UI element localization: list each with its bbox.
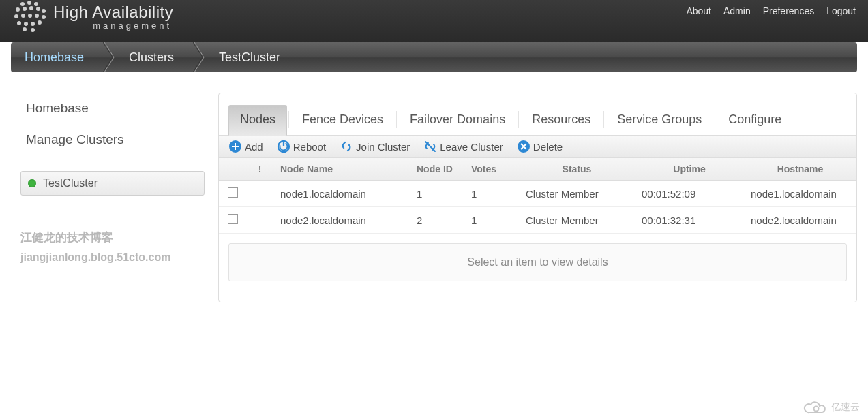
breadcrumb-current: TestCluster [205, 42, 299, 72]
watermark-line1: 江健龙的技术博客 [20, 228, 205, 248]
svg-point-17 [23, 27, 27, 31]
divider [715, 111, 715, 128]
cell-node-id: 2 [410, 207, 464, 234]
cluster-name-label: TestCluster [43, 177, 98, 189]
header: High Availability management About Admin… [0, 0, 868, 42]
tab-resources[interactable]: Resources [520, 105, 602, 136]
delete-button[interactable]: Delete [517, 140, 563, 153]
chevron-right-icon [193, 42, 205, 72]
sidebar-item-homebase[interactable]: Homebase [20, 93, 205, 124]
svg-point-7 [42, 9, 46, 13]
table-row[interactable]: node1.localdomain 1 1 Cluster Member 00:… [219, 181, 856, 207]
tab-service-groups[interactable]: Service Groups [605, 105, 713, 136]
tab-fence-devices[interactable]: Fence Devices [290, 105, 395, 136]
svg-point-13 [17, 21, 21, 25]
svg-point-2 [34, 2, 38, 6]
table-row[interactable]: node2.localdomain 2 1 Cluster Member 00:… [219, 207, 856, 234]
col-alert[interactable]: ! [246, 158, 273, 181]
svg-point-10 [28, 14, 32, 18]
plus-circle-icon [228, 140, 242, 153]
link-icon [340, 140, 353, 153]
footer-watermark: 亿速云 [803, 400, 860, 415]
cell-votes: 1 [464, 207, 519, 234]
content-panel: Nodes Fence Devices Failover Domains Res… [218, 93, 857, 302]
chevron-right-icon [103, 42, 115, 72]
top-nav: About Admin Preferences Logout [686, 0, 856, 16]
svg-point-14 [24, 22, 28, 26]
status-dot-icon [28, 179, 36, 187]
svg-point-9 [21, 14, 25, 18]
tab-failover-domains[interactable]: Failover Domains [398, 105, 517, 136]
topnav-admin[interactable]: Admin [723, 5, 751, 16]
toolbar: Add Reboot Join Cluster [219, 136, 856, 158]
add-button[interactable]: Add [228, 140, 263, 153]
add-label: Add [245, 141, 263, 153]
divider [20, 161, 205, 161]
cell-hostname: node1.localdomain [744, 181, 856, 207]
svg-point-3 [16, 7, 20, 12]
cell-node-name: node2.localdomain [273, 207, 410, 234]
sidebar: Homebase Manage Clusters TestCluster 江健龙… [20, 93, 205, 302]
row-checkbox[interactable] [228, 214, 238, 224]
logo-icon [12, 0, 46, 33]
cell-status: Cluster Member [519, 181, 635, 207]
divider [603, 111, 604, 128]
svg-point-0 [20, 2, 25, 6]
col-votes[interactable]: Votes [464, 158, 519, 181]
svg-point-12 [42, 15, 46, 19]
cell-hostname: node2.localdomain [744, 207, 856, 234]
breadcrumb-homebase[interactable]: Homebase [11, 42, 103, 72]
cell-status: Cluster Member [519, 207, 635, 234]
watermark-text: 江健龙的技术博客 jiangjianlong.blog.51cto.com [20, 228, 205, 266]
svg-point-15 [31, 22, 35, 26]
svg-point-16 [38, 20, 42, 25]
nodes-table: ! Node Name Node ID Votes Status Uptime … [219, 158, 856, 234]
cell-votes: 1 [464, 181, 519, 207]
cell-node-id: 1 [410, 181, 464, 207]
power-icon [277, 140, 290, 153]
unlink-icon [423, 140, 437, 153]
svg-point-6 [36, 7, 40, 11]
logo-block: High Availability management [12, 0, 173, 33]
topnav-preferences[interactable]: Preferences [763, 5, 814, 16]
reboot-label: Reboot [293, 141, 326, 153]
col-uptime[interactable]: Uptime [635, 158, 744, 181]
breadcrumb: Homebase Clusters TestCluster [11, 42, 857, 72]
svg-point-18 [31, 28, 35, 32]
svg-point-11 [35, 14, 39, 18]
join-cluster-button[interactable]: Join Cluster [340, 140, 410, 153]
sidebar-item-manage-clusters[interactable]: Manage Clusters [20, 124, 205, 155]
logo-title: High Availability [53, 3, 173, 22]
cell-node-name: node1.localdomain [273, 181, 410, 207]
sidebar-item-testcluster[interactable]: TestCluster [20, 171, 205, 196]
tabs: Nodes Fence Devices Failover Domains Res… [219, 104, 856, 136]
tab-nodes[interactable]: Nodes [228, 105, 287, 136]
cell-uptime: 00:01:32:31 [635, 207, 744, 234]
svg-point-4 [23, 7, 27, 11]
svg-point-24 [814, 407, 819, 412]
x-circle-icon [517, 140, 530, 153]
svg-point-5 [29, 6, 33, 10]
leave-label: Leave Cluster [440, 141, 503, 153]
breadcrumb-clusters[interactable]: Clusters [115, 42, 193, 72]
footer-watermark-label: 亿速云 [831, 401, 860, 414]
topnav-about[interactable]: About [686, 5, 711, 16]
divider [288, 111, 289, 128]
col-hostname[interactable]: Hostname [744, 158, 856, 181]
col-node-name[interactable]: Node Name [273, 158, 410, 181]
topnav-logout[interactable]: Logout [826, 5, 856, 16]
col-node-id[interactable]: Node ID [410, 158, 464, 181]
reboot-button[interactable]: Reboot [277, 140, 326, 153]
table-header-row: ! Node Name Node ID Votes Status Uptime … [219, 158, 856, 181]
tab-configure[interactable]: Configure [717, 105, 793, 136]
col-status[interactable]: Status [519, 158, 635, 181]
main-wrap: Homebase Manage Clusters TestCluster 江健龙… [0, 72, 868, 302]
svg-point-8 [14, 14, 18, 18]
delete-label: Delete [533, 141, 563, 153]
row-checkbox[interactable] [228, 187, 238, 198]
watermark-line2: jiangjianlong.blog.51cto.com [20, 248, 205, 266]
cloud-icon [803, 400, 827, 415]
cell-uptime: 00:01:52:09 [635, 181, 744, 207]
logo-text: High Availability management [53, 0, 173, 31]
leave-cluster-button[interactable]: Leave Cluster [423, 140, 503, 153]
